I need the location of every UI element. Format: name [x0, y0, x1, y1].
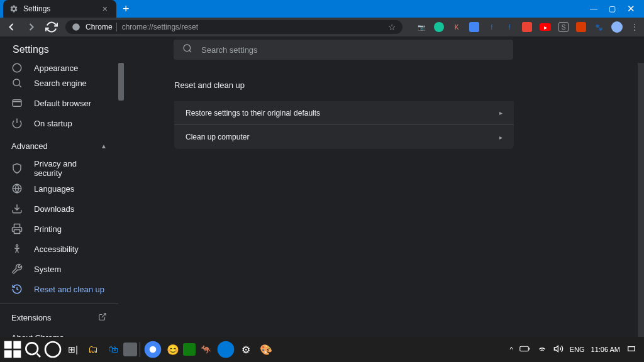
svg-point-14: [26, 343, 38, 354]
browser-toolbar: Chrome chrome://settings/reset ☆ 📷 K f f…: [0, 18, 644, 36]
sidebar-item-downloads[interactable]: Downloads: [0, 199, 118, 219]
svg-point-3: [13, 79, 20, 86]
app-icon[interactable]: [123, 343, 137, 356]
svg-rect-13: [13, 350, 21, 358]
section-title: Reset and clean up: [174, 80, 514, 90]
option-label: Clean up computer: [186, 133, 249, 141]
sidebar-item-search-engine[interactable]: Search engine: [0, 73, 118, 93]
menu-icon[interactable]: ⋮: [630, 22, 639, 32]
globe-icon: [11, 183, 23, 194]
minimize-button[interactable]: —: [590, 4, 597, 13]
app4-icon[interactable]: 🦘: [196, 339, 216, 359]
tab-title: Settings: [23, 4, 100, 13]
sidebar-item-label: Printing: [34, 224, 62, 234]
main-scrollbar[interactable]: [638, 36, 644, 337]
search-icon: [182, 43, 192, 56]
sidebar-item-accessibility[interactable]: Accessibility: [0, 239, 118, 259]
settings-icon[interactable]: ⚙: [236, 339, 256, 359]
browser-tab[interactable]: Settings ×: [3, 0, 116, 18]
reload-button[interactable]: [45, 21, 58, 33]
sidebar-item-on-startup[interactable]: On startup: [0, 113, 118, 133]
sidebar-item-label: Languages: [34, 184, 74, 194]
sidebar-item-privacy[interactable]: Privacy and security: [0, 158, 118, 178]
forward-button[interactable]: [25, 21, 38, 33]
ext-f2-icon[interactable]: f: [504, 22, 514, 32]
ext-camera-icon[interactable]: 📷: [416, 22, 426, 32]
search-input[interactable]: [201, 45, 504, 55]
browser-icon: [11, 97, 23, 109]
close-window-button[interactable]: ✕: [627, 3, 635, 14]
sidebar: Appearance Search engine Default browser…: [0, 63, 124, 362]
sidebar-item-label: Reset and clean up: [34, 285, 104, 294]
close-icon[interactable]: ×: [100, 4, 110, 14]
sidebar-section-advanced[interactable]: Advanced ▲: [0, 133, 118, 158]
tray-chevron-icon[interactable]: ^: [510, 346, 513, 353]
volume-icon[interactable]: [553, 344, 564, 355]
sidebar-item-reset[interactable]: Reset and clean up: [0, 279, 118, 299]
ext-pdf-icon[interactable]: [522, 22, 532, 32]
sidebar-item-label: Search engine: [34, 79, 87, 88]
gear-icon: [9, 4, 18, 13]
advanced-label: Advanced: [11, 141, 48, 151]
maximize-button[interactable]: ▢: [609, 4, 616, 13]
sidebar-item-system[interactable]: System: [0, 259, 118, 279]
ext-k-icon[interactable]: K: [452, 22, 462, 32]
app3-icon[interactable]: [183, 343, 196, 356]
ext-f-icon[interactable]: f: [487, 22, 497, 32]
extension-icons: 📷 K f f ▸ S 🐾 ⋮: [416, 21, 639, 33]
notifications-icon[interactable]: [626, 344, 636, 355]
ext-grammarly-icon[interactable]: [434, 22, 444, 32]
store-icon[interactable]: 🛍: [103, 339, 123, 359]
option-label: Restore settings to their original defau…: [186, 109, 320, 118]
search-box[interactable]: [174, 40, 513, 60]
sidebar-item-appearance[interactable]: Appearance: [0, 63, 118, 73]
search-icon: [11, 77, 23, 89]
explorer-icon[interactable]: 🗂: [83, 339, 103, 359]
app2-icon[interactable]: 😊: [163, 339, 183, 359]
sidebar-item-extensions[interactable]: Extensions: [0, 307, 118, 327]
battery-icon[interactable]: [519, 345, 531, 354]
ext-shield-icon[interactable]: [469, 22, 479, 32]
new-tab-button[interactable]: +: [116, 3, 136, 16]
extensions-label: Extensions: [11, 313, 52, 322]
accessibility-icon: [11, 243, 23, 255]
svg-rect-12: [4, 350, 12, 358]
svg-point-1: [184, 45, 191, 52]
taskview-button[interactable]: ⊞|: [63, 339, 83, 359]
option-cleanup-computer[interactable]: Clean up computer ▸: [174, 125, 514, 149]
ext-paw-icon[interactable]: 🐾: [594, 22, 604, 32]
address-bar[interactable]: Chrome chrome://settings/reset ☆: [65, 20, 402, 34]
addr-label: Chrome: [86, 23, 117, 31]
svg-point-15: [45, 342, 60, 357]
chevron-right-icon: ▸: [499, 109, 502, 116]
clock[interactable]: 11:06 AM: [591, 346, 620, 353]
bookmark-icon[interactable]: ☆: [388, 22, 396, 32]
cortana-button[interactable]: [43, 339, 63, 359]
language-indicator[interactable]: ENG: [570, 346, 585, 353]
back-button[interactable]: [5, 21, 18, 33]
svg-rect-4: [13, 100, 21, 107]
svg-point-18: [218, 341, 235, 358]
svg-rect-10: [4, 341, 12, 349]
wifi-icon[interactable]: [537, 344, 547, 355]
scrollbar[interactable]: [118, 63, 124, 101]
search-button[interactable]: [23, 339, 43, 359]
chrome-icon[interactable]: [143, 339, 163, 359]
edge-icon[interactable]: [216, 339, 236, 359]
ext-yt-icon[interactable]: ▸: [540, 23, 551, 31]
sidebar-item-languages[interactable]: Languages: [0, 178, 118, 199]
start-button[interactable]: [3, 339, 23, 359]
divider: [140, 342, 140, 357]
option-restore-defaults[interactable]: Restore settings to their original defau…: [174, 101, 514, 125]
ext-s-icon[interactable]: S: [558, 22, 569, 32]
ext-office-icon[interactable]: [576, 22, 586, 32]
app5-icon[interactable]: 🎨: [256, 339, 276, 359]
window-titlebar: Settings × + — ▢ ✕: [0, 0, 644, 18]
profile-avatar[interactable]: [611, 21, 623, 33]
sidebar-item-printing[interactable]: Printing: [0, 219, 118, 239]
sidebar-item-default-browser[interactable]: Default browser: [0, 93, 118, 113]
chevron-right-icon: ▸: [499, 134, 502, 141]
power-icon: [11, 118, 23, 129]
svg-rect-19: [519, 346, 528, 351]
addr-url: chrome://settings/reset: [122, 23, 383, 31]
